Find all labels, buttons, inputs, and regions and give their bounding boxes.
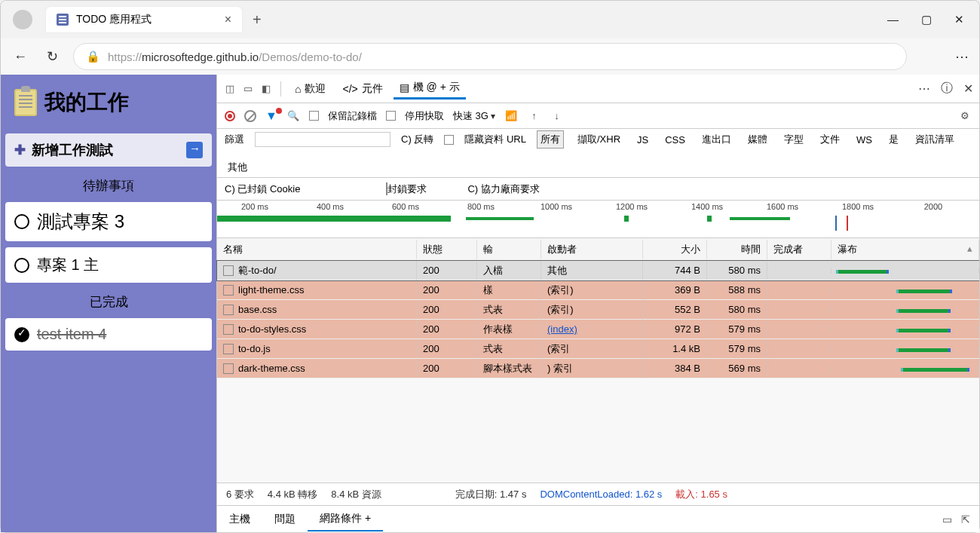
preserve-log-checkbox[interactable] <box>309 111 319 121</box>
back-button[interactable]: ← <box>10 46 31 67</box>
disable-cache-checkbox[interactable] <box>386 111 396 121</box>
tab-close-icon[interactable]: × <box>225 13 231 26</box>
filter-bar-2: C) 已封鎖 Cookie 封鎖要求 C) 協力廠商要求 <box>217 178 979 201</box>
col-size[interactable]: 大小 <box>643 240 707 259</box>
file-icon <box>223 324 234 335</box>
home-icon: ⌂ <box>295 83 301 95</box>
minimize-button[interactable]: ― <box>887 13 899 26</box>
col-fulfilled[interactable]: 完成者 <box>767 240 831 259</box>
upload-icon[interactable]: ↑ <box>527 109 541 123</box>
request-list: 範-to-do/200入檔其他744 B580 mslight-theme.cs… <box>217 261 979 378</box>
url-bar-row: ← ↻ 🔒 https://microsoftedge.github.io/De… <box>1 38 979 75</box>
drawer-network-conditions[interactable]: 網路條件 + <box>308 507 383 531</box>
disable-cache-label: 停用快取 <box>405 109 444 123</box>
task-checkbox-checked[interactable] <box>14 327 29 342</box>
device-icon[interactable]: ▭ <box>241 82 255 96</box>
search-icon[interactable]: 🔍 <box>286 109 300 123</box>
timeline-tick: 400 ms <box>292 202 368 211</box>
code-icon: </> <box>342 83 357 95</box>
help-icon[interactable]: ⓘ <box>941 81 953 96</box>
drawer-icon-2[interactable]: ⇱ <box>961 513 970 525</box>
invert-option[interactable]: C) 反轉 <box>401 133 433 146</box>
drawer-console[interactable]: 主機 <box>217 508 262 531</box>
timeline[interactable]: 200 ms400 ms600 ms800 ms1000 ms1200 ms14… <box>217 201 979 238</box>
close-button[interactable]: ✕ <box>954 13 964 26</box>
request-row[interactable]: light-theme.css200樣(索引)369 B588 ms <box>217 280 979 300</box>
col-name[interactable]: 名稱 <box>217 240 417 259</box>
request-row[interactable]: dark-theme.css200腳本樣式表) 索引384 B569 ms <box>217 359 979 378</box>
throttle-select[interactable]: 快速 3G ▾ <box>453 109 496 123</box>
filter-fetch[interactable]: 擷取/XHR <box>574 131 623 148</box>
browser-tab[interactable]: TODO 應用程式 × <box>46 7 242 32</box>
timeline-tick: 1400 ms <box>669 202 745 211</box>
address-bar[interactable]: 🔒 https://microsoftedge.github.io/Demos/… <box>73 43 907 70</box>
new-task-input[interactable]: ✚ 新增工作測試 <box>5 133 212 167</box>
inspect-icon[interactable]: ◫ <box>223 82 237 96</box>
drawer-issues[interactable]: 問題 <box>262 508 308 531</box>
dock-icon[interactable]: ◧ <box>259 82 273 96</box>
request-row[interactable]: to-do-styles.css200作表樣(index)972 B579 ms <box>217 320 979 339</box>
tab-elements[interactable]: </>元件 <box>336 79 388 99</box>
file-icon <box>223 363 234 374</box>
devtools-panel: ◫ ▭ ◧ ⌂歡迎 </>元件 ▤機 @ + 示 ⋯ ⓘ ✕ ▼ 🔍 <box>216 75 979 532</box>
url-scheme: https:// <box>108 51 142 63</box>
file-icon <box>223 265 234 276</box>
col-status[interactable]: 狀態 <box>417 240 477 259</box>
wifi-icon[interactable]: 📶 <box>504 109 518 123</box>
clear-button[interactable] <box>244 110 256 122</box>
filter-all[interactable]: 所有 <box>537 130 564 149</box>
task-label: test item 4 <box>37 326 106 343</box>
tab-network[interactable]: ▤機 @ + 示 <box>394 78 466 100</box>
filter-manifest[interactable]: 資訊清單 <box>912 131 957 148</box>
timeline-tick: 1600 ms <box>745 202 820 211</box>
url-host: microsoftedge.github.io <box>142 51 259 63</box>
hide-data-checkbox[interactable] <box>444 135 454 145</box>
tab-welcome[interactable]: ⌂歡迎 <box>289 79 332 99</box>
filter-img[interactable]: 進出口 <box>699 131 734 148</box>
filter-ws[interactable]: WS <box>853 133 875 147</box>
col-waterfall[interactable]: 瀑布▴ <box>831 240 979 259</box>
filter-input[interactable] <box>255 132 390 147</box>
request-row[interactable]: base.css200式表(索引)552 B580 ms <box>217 300 979 320</box>
summary-transferred: 4.4 kB 轉移 <box>268 488 317 501</box>
request-row[interactable]: to-do.js200式表(索引1.4 kB579 ms <box>217 339 979 359</box>
profile-avatar[interactable] <box>13 10 32 29</box>
filter-bar: 篩選 C) 反轉 隱藏資料 URL 所有 擷取/XHR JS CSS 進出口 媒… <box>217 129 979 178</box>
todo-app: 我的工作 ✚ 新增工作測試 待辦事項 測試專案 3 專案 1 主 已完成 tes… <box>1 75 216 532</box>
col-time[interactable]: 時間 <box>707 240 767 259</box>
request-row[interactable]: 範-to-do/200入檔其他744 B580 ms <box>217 261 979 280</box>
more-tools-icon[interactable]: ⋯ <box>918 81 930 96</box>
settings-icon[interactable]: ⚙ <box>958 109 972 123</box>
filter-media[interactable]: 媒體 <box>745 131 770 148</box>
download-icon[interactable]: ↓ <box>550 109 563 123</box>
filter-other[interactable]: 其他 <box>225 159 250 176</box>
refresh-button[interactable]: ↻ <box>41 46 63 67</box>
drawer-icon-1[interactable]: ▭ <box>942 513 952 525</box>
blocked-cookies-option[interactable]: C) 已封鎖 Cookie <box>225 182 300 196</box>
task-checkbox[interactable] <box>14 214 29 229</box>
record-button[interactable] <box>225 111 235 121</box>
file-icon <box>223 344 234 354</box>
task-checkbox[interactable] <box>14 258 29 273</box>
devtools-close-icon[interactable]: ✕ <box>963 81 973 96</box>
maximize-button[interactable]: ▢ <box>921 13 932 26</box>
task-item-done[interactable]: test item 4 <box>5 318 212 351</box>
task-item[interactable]: 專案 1 主 <box>5 247 212 283</box>
filter-css[interactable]: CSS <box>662 133 688 147</box>
filter-js[interactable]: JS <box>634 133 651 147</box>
filter-wasm[interactable]: 是 <box>886 131 902 148</box>
browser-menu-icon[interactable]: ⋯ <box>955 48 970 65</box>
tab-title: TODO 應用程式 <box>76 13 152 26</box>
submit-task-button[interactable] <box>186 142 203 158</box>
task-item[interactable]: 測試專案 3 <box>5 202 212 241</box>
new-tab-button[interactable]: + <box>253 11 262 29</box>
filter-font[interactable]: 字型 <box>781 131 807 148</box>
third-party-option[interactable]: C) 協力廠商要求 <box>467 182 539 196</box>
table-header: 名稱 狀態 輸 啟動者 大小 時間 完成者 瀑布▴ <box>217 238 979 261</box>
filter-doc[interactable]: 文件 <box>817 131 843 148</box>
col-type[interactable]: 輸 <box>477 240 541 259</box>
timeline-tick: 800 ms <box>443 202 519 211</box>
col-initiator[interactable]: 啟動者 <box>541 240 643 259</box>
summary-requests: 6 要求 <box>226 488 254 501</box>
filter-icon[interactable]: ▼ <box>265 109 277 123</box>
